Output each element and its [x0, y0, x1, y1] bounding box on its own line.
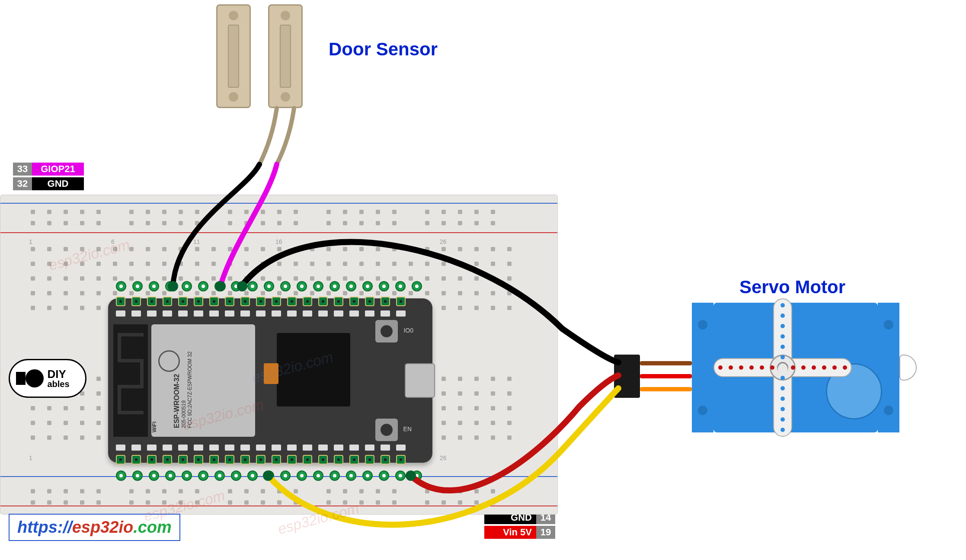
url-proto: https:// [17, 518, 72, 536]
reed-switch [268, 4, 303, 108]
url-site: esp32io [72, 518, 134, 536]
breadboard-pin-row-top [116, 281, 422, 291]
en-label: EN [403, 426, 412, 432]
pin-tags-sensor: 33 GIOP21 32 GND [13, 163, 84, 192]
pin-num: 32 [13, 177, 32, 190]
logo-line1: DIY [47, 368, 69, 380]
shield-text: ESP-WROOM-32 205-000519 FCC 9D:2AC7Z-ESP… [173, 333, 193, 428]
en-button: EN [375, 419, 398, 441]
diyables-logo: DIY ables [9, 359, 86, 398]
silkscreen-top [116, 310, 406, 317]
silkscreen-bottom [116, 445, 406, 451]
servo-horn [701, 285, 865, 450]
pin-label: GND [32, 177, 84, 190]
breadboard-pin-row-bottom [116, 470, 422, 481]
pin-num: 33 [13, 163, 32, 176]
pin-tag-gnd: 32 GND [13, 177, 84, 190]
reed-magnet [216, 4, 251, 108]
diyables-icon [26, 369, 44, 387]
servo-lead-orange [640, 387, 692, 391]
wifi-mark: WiFi [151, 422, 157, 432]
servo-connector [614, 355, 640, 398]
micro-usb-port [405, 363, 435, 398]
pin-tag-vin5v: 19 Vin 5V [484, 526, 555, 539]
header-row-bottom [116, 455, 406, 464]
io0-label: IO0 [403, 327, 413, 334]
io0-button: IO0 [375, 320, 398, 342]
logo-line2: ables [47, 380, 69, 388]
servo-lead-brown [640, 361, 692, 365]
servo-lead-red [640, 374, 692, 378]
pin-label: GIOP21 [32, 163, 84, 176]
door-sensor-label: Door Sensor [329, 39, 438, 60]
pin-tag-giop21: 33 GIOP21 [13, 163, 84, 176]
header-row-top [116, 297, 406, 306]
pin-label: Vin 5V [484, 526, 536, 539]
servo-mount-right [878, 303, 899, 432]
esp32-antenna [113, 324, 148, 437]
servo-spline [899, 355, 917, 381]
pin-num: 19 [536, 526, 555, 539]
